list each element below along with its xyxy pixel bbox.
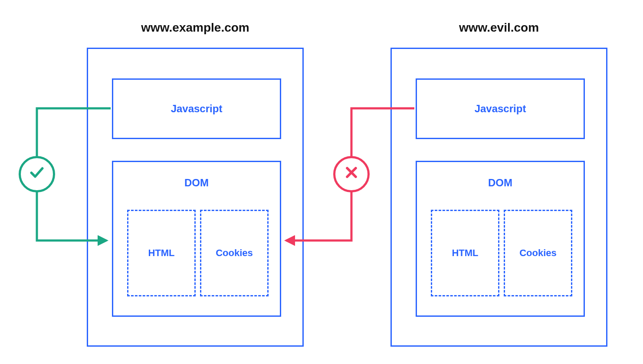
box-javascript-left: Javascript [112, 78, 281, 139]
box-html-left: HTML [127, 210, 196, 296]
box-dom-right: DOM HTML Cookies [416, 161, 585, 317]
box-cookies-right: Cookies [504, 210, 572, 296]
label-cookies-left: Cookies [216, 247, 253, 259]
box-javascript-right: Javascript [416, 78, 585, 139]
label-cookies-right: Cookies [519, 247, 557, 259]
diagram-canvas: www.example.com www.evil.com Javascript … [0, 0, 643, 364]
container-example: Javascript DOM HTML Cookies [87, 48, 304, 347]
label-javascript-right: Javascript [475, 103, 526, 115]
check-icon [29, 164, 45, 185]
label-javascript-left: Javascript [171, 103, 223, 115]
box-html-right: HTML [431, 210, 499, 296]
cross-icon [344, 165, 359, 184]
badge-blocked [333, 156, 370, 192]
title-left: www.example.com [87, 21, 304, 35]
container-evil: Javascript DOM HTML Cookies [390, 48, 607, 347]
badge-allowed [19, 156, 55, 192]
label-dom-right: DOM [417, 177, 584, 189]
title-right: www.evil.com [390, 21, 607, 35]
label-html-left: HTML [148, 247, 174, 259]
box-cookies-left: Cookies [200, 210, 269, 296]
box-dom-left: DOM HTML Cookies [112, 161, 281, 317]
label-html-right: HTML [452, 247, 478, 259]
label-dom-left: DOM [113, 177, 280, 189]
